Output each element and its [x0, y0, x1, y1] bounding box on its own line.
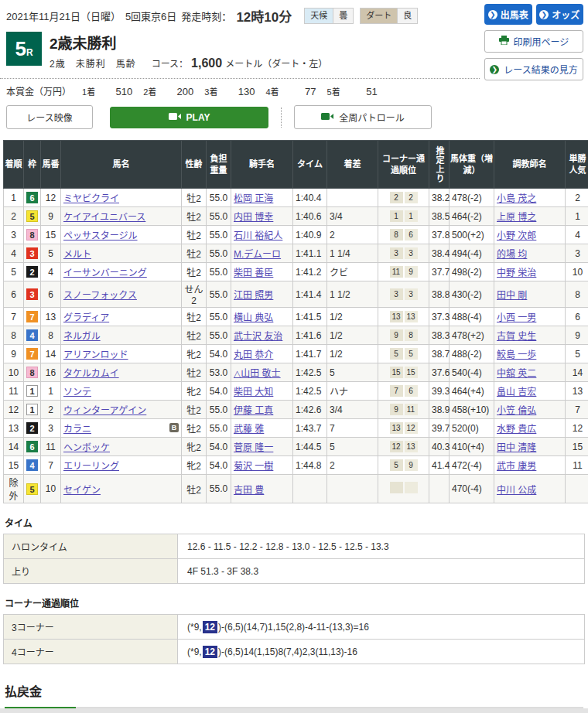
jockey-name-link[interactable]: 吉田 豊	[234, 485, 264, 496]
results-guide-button[interactable]: ❯ レース結果の見方	[484, 58, 583, 80]
results-header-cell: 馬体重（増減）	[450, 141, 494, 189]
results-header-cell: タイム	[293, 141, 327, 189]
corner4-position: 3	[405, 288, 418, 300]
last-3f: 38.5	[429, 207, 450, 226]
trainer-name-link[interactable]: 鮫島 一歩	[497, 350, 536, 360]
corner-positions: 33	[378, 281, 429, 308]
trainer-name-link[interactable]: 中野 栄治	[497, 268, 536, 278]
trainer-name-link[interactable]: 上原 博之	[497, 212, 536, 223]
horse-name-cell: アリアンロッド	[61, 345, 182, 363]
jockey-name-link[interactable]: 柴田 大知	[234, 387, 273, 397]
horse-weight: 458(+10)	[450, 401, 494, 419]
trainer-name-link[interactable]: 中舘 英二	[497, 368, 536, 379]
sex-age: 牡2	[182, 363, 207, 382]
margin: ハナ	[327, 382, 378, 401]
horse-name-link[interactable]: ネルガル	[63, 331, 101, 342]
jockey-name-link[interactable]: 丸田 恭介	[234, 350, 273, 360]
margin: 2	[327, 456, 378, 475]
race-header: 5R 2歳未勝利 2歳 未勝利 馬齢 コース： 1,600 メートル（ダート・左…	[0, 26, 480, 79]
jockey-name-link[interactable]: 松岡 正海	[234, 193, 273, 204]
odds-button[interactable]: ❯ オッズ	[536, 4, 584, 25]
trainer-name-link[interactable]: 武市 康男	[497, 461, 536, 472]
waku-cell: 3	[24, 281, 41, 308]
horse-name-link[interactable]: ペッサスタージル	[63, 230, 138, 241]
win-favorite-rank: 5	[566, 345, 588, 363]
win-favorite-rank: 12	[566, 419, 588, 438]
winner-highlight: 12	[203, 621, 217, 633]
entries-button[interactable]: ❯ 出馬表	[484, 4, 532, 25]
jockey-name-link[interactable]: 武藤 雅	[234, 424, 264, 435]
carried-weight: 53.0	[207, 363, 231, 382]
corner3-position: 9	[390, 404, 403, 415]
jockey-name-link[interactable]: 柴田 善臣	[234, 268, 273, 278]
arrow-circle-icon: ❯	[488, 10, 497, 19]
horse-name-link[interactable]: アリアンロッド	[63, 350, 128, 360]
jockey-cell: 伊藤 工真	[231, 401, 293, 419]
horse-name-link[interactable]: ウィンターアゲイン	[63, 405, 146, 416]
horse-name-link[interactable]: イーサンバーニング	[63, 268, 147, 278]
jockey-name-link[interactable]: 石川 裕紀人	[234, 230, 282, 241]
trainer-name-link[interactable]: 小島 茂之	[497, 193, 536, 204]
trainer-name-link[interactable]: 小笠 倫弘	[497, 405, 536, 416]
trainer-name-link[interactable]: 古賀 史生	[497, 331, 536, 342]
horse-name-link[interactable]: ヘンボッケ	[63, 442, 110, 453]
patrol-video-button[interactable]: 全周パトロール	[294, 105, 432, 129]
trainer-cell: 武市 康男	[494, 456, 566, 475]
win-favorite-rank: 8	[566, 281, 588, 308]
finish-position: 3	[4, 226, 24, 244]
trainer-name-link[interactable]: 的場 均	[497, 249, 527, 260]
horse-name-cell: ケイアイユニバース	[61, 207, 182, 226]
horse-number: 1	[41, 382, 61, 401]
jockey-name-link[interactable]: 江田 照男	[234, 290, 273, 301]
trainer-name-link[interactable]: 小野 次郎	[497, 230, 536, 241]
jockey-name-link[interactable]: 武士沢 友治	[234, 331, 282, 342]
payout-title: 払戻金	[5, 681, 583, 708]
trainer-name-link[interactable]: 田中 剛	[497, 290, 527, 301]
jockey-name-link[interactable]: 横山 典弘	[234, 312, 273, 323]
trainer-name-link[interactable]: 中川 公成	[497, 485, 536, 496]
trainer-cell: 中野 栄治	[494, 263, 566, 281]
jockey-cell: 吉田 豊	[231, 475, 293, 503]
finish-time: 1:41.2	[293, 263, 327, 281]
waku-cell: 4	[24, 326, 41, 345]
trainer-name-link[interactable]: 小西 一男	[497, 312, 536, 323]
horse-name-cell: Bカラニ	[61, 419, 182, 438]
trainer-name-link[interactable]: 田中 清隆	[497, 442, 536, 453]
results-header-cell: コーナー通過順位	[378, 141, 429, 189]
trainer-cell: 小島 茂之	[494, 189, 566, 207]
trainer-name-link[interactable]: 畠山 吉宏	[497, 387, 536, 397]
horse-name-link[interactable]: ソンテ	[63, 387, 91, 397]
horse-name-link[interactable]: セイゲン	[63, 485, 101, 496]
race-results-table: 着順枠馬番馬名性齢負担重量騎手名タイム着差コーナー通過順位推定上り馬体重（増減）…	[3, 140, 588, 503]
horse-name-link[interactable]: グラディア	[63, 312, 109, 323]
horse-name-link[interactable]: スノーフォックス	[63, 290, 137, 301]
horse-name-link[interactable]: ケイアイユニバース	[63, 212, 145, 223]
horse-name-link[interactable]: メルト	[63, 249, 91, 260]
jockey-name-link[interactable]: 菅原 隆一	[234, 442, 273, 453]
horse-weight: 430(-2)	[450, 281, 494, 308]
finish-time: 1:44.8	[293, 456, 327, 475]
jockey-name-link[interactable]: M.デムーロ	[234, 249, 281, 260]
trainer-name-link[interactable]: 水野 貴広	[497, 424, 536, 435]
race-video-button[interactable]: レース映像	[6, 105, 93, 129]
sex-age: 牡2	[182, 475, 207, 503]
horse-name-cell: ネルガル	[61, 326, 182, 345]
waku-badge: 3	[26, 288, 38, 300]
horse-name-link[interactable]: カラニ	[63, 424, 91, 435]
carried-weight: 54.0	[207, 456, 231, 475]
waku-cell: 5	[24, 207, 41, 226]
margin: クビ	[327, 263, 378, 281]
horse-name-link[interactable]: エリーリング	[63, 461, 119, 472]
horse-name-link[interactable]: タケルカムイ	[63, 368, 119, 379]
win-favorite-rank: 9	[566, 326, 588, 345]
corner4-position: 9	[405, 459, 418, 471]
jockey-name-link[interactable]: 伊藤 工真	[234, 405, 273, 416]
jockey-cell: 横山 典弘	[231, 308, 293, 326]
jockey-name-link[interactable]: 内田 博幸	[234, 212, 273, 223]
play-button[interactable]: PLAY	[110, 107, 268, 128]
print-page-button[interactable]: 印刷用ページ	[484, 30, 583, 53]
jockey-name-link[interactable]: 菊沢 一樹	[234, 461, 273, 472]
horse-name-link[interactable]: ミヤビクライ	[63, 193, 119, 204]
jockey-name-link[interactable]: △山田 敬士	[234, 368, 281, 379]
margin	[327, 189, 378, 207]
